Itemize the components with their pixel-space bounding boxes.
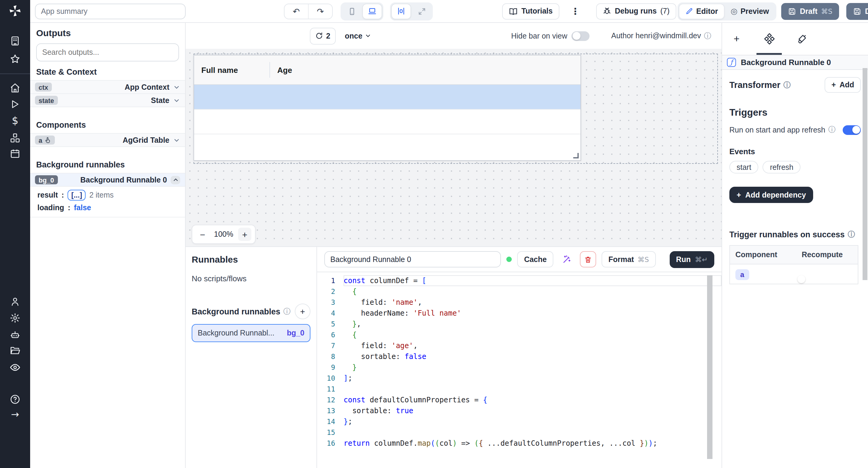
loading-row[interactable]: loading : false xyxy=(30,201,185,212)
fullscreen-button[interactable] xyxy=(412,3,432,19)
code-text[interactable]: const defaultColumnProperties = { xyxy=(344,395,721,405)
code-line[interactable]: 3 field: 'name', xyxy=(317,297,721,308)
tutorials-button[interactable]: Tutorials xyxy=(502,3,559,19)
mobile-view-button[interactable] xyxy=(342,3,362,19)
code-line[interactable]: 8 sortable: false xyxy=(317,351,721,362)
code-text[interactable]: field: 'name', xyxy=(344,297,721,308)
favorites-star-icon[interactable] xyxy=(10,54,21,64)
code-line[interactable]: 4 headerName: 'Full name' xyxy=(317,308,721,319)
code-line[interactable]: 12const defaultColumnProperties = { xyxy=(317,395,721,405)
result-row[interactable]: result : [...] 2 items xyxy=(30,187,185,201)
code-text[interactable]: return columnDef.map((col) => ({ ...defa… xyxy=(344,438,721,449)
app-summary-input[interactable] xyxy=(35,3,186,19)
search-outputs-input[interactable] xyxy=(36,43,179,61)
code-line[interactable]: 2 { xyxy=(317,286,721,297)
center-align-button[interactable] xyxy=(391,3,411,19)
code-text[interactable]: ]; xyxy=(344,373,721,384)
code-scrollbar[interactable] xyxy=(707,275,712,459)
audit-eye-icon[interactable] xyxy=(9,362,21,373)
desktop-view-button[interactable] xyxy=(362,3,382,19)
code-text[interactable]: { xyxy=(344,330,721,340)
resize-handle[interactable] xyxy=(573,153,579,158)
code-line[interactable]: 11 xyxy=(317,384,721,395)
code-line[interactable]: 16return columnDef.map((col) => ({ ...de… xyxy=(317,438,721,449)
column-header-full-name[interactable]: Full name xyxy=(201,65,238,74)
zoom-out-button[interactable]: − xyxy=(196,228,209,241)
hide-bar-toggle[interactable] xyxy=(571,31,590,41)
code-line[interactable]: 15 xyxy=(317,427,721,438)
table-row[interactable] xyxy=(194,110,581,134)
code-line[interactable]: 9 } xyxy=(317,362,721,373)
info-icon[interactable]: ⓘ xyxy=(283,306,290,316)
code-line[interactable]: 14}; xyxy=(317,416,721,427)
help-icon[interactable] xyxy=(10,394,21,405)
settings-gear-icon[interactable] xyxy=(10,312,21,324)
output-row-bg0[interactable]: bg_0 Background Runnable 0 xyxy=(30,173,185,187)
code-text[interactable]: field: 'age', xyxy=(344,340,721,351)
workspace-icon[interactable] xyxy=(10,36,21,46)
code-text[interactable]: }, xyxy=(344,319,721,330)
delete-runnable-button[interactable] xyxy=(580,251,596,267)
chevron-down-icon[interactable] xyxy=(173,83,180,91)
debug-runs-button[interactable]: Debug runs (7) xyxy=(596,3,676,19)
event-chip-start[interactable]: start xyxy=(730,161,758,173)
undo-button[interactable]: ↶ xyxy=(284,4,308,19)
variables-icon[interactable]: $ xyxy=(12,114,19,127)
code-line[interactable]: 7 field: 'age', xyxy=(317,340,721,351)
resources-icon[interactable] xyxy=(10,133,21,143)
cache-button[interactable]: Cache xyxy=(518,251,553,267)
output-row-state[interactable]: state State xyxy=(30,94,185,107)
info-icon[interactable]: ⓘ xyxy=(848,230,855,240)
event-chip-refresh[interactable]: refresh xyxy=(763,161,801,173)
code-text[interactable]: sortable: true xyxy=(344,405,721,416)
workers-robot-icon[interactable] xyxy=(10,330,21,340)
bg-runnable-item[interactable]: Background Runnabl... bg_0 xyxy=(192,324,310,342)
code-text[interactable]: sortable: false xyxy=(344,351,721,362)
code-text[interactable]: headerName: 'Full name' xyxy=(344,308,721,319)
insert-component-tab[interactable]: + xyxy=(730,32,744,46)
app-canvas[interactable]: Full name Age − 100% + xyxy=(186,49,721,246)
format-button[interactable]: Format ⌘S xyxy=(602,251,655,267)
user-icon[interactable] xyxy=(10,296,21,307)
code-line[interactable]: 10]; xyxy=(317,373,721,384)
draft-button[interactable]: Draft ⌘S xyxy=(781,3,839,20)
run-button[interactable]: Run ⌘↵ xyxy=(670,251,714,268)
chevron-down-icon[interactable] xyxy=(173,97,180,104)
table-row[interactable] xyxy=(194,134,581,160)
zoom-in-button[interactable]: + xyxy=(238,228,251,241)
info-icon[interactable]: ⓘ xyxy=(828,125,835,135)
editor-tab[interactable]: Editor xyxy=(679,3,724,19)
styling-tab[interactable] xyxy=(795,32,809,46)
code-line[interactable]: 13 sortable: true xyxy=(317,405,721,416)
component-chip[interactable]: a xyxy=(735,269,749,280)
code-text[interactable] xyxy=(344,427,721,438)
ai-wand-button[interactable] xyxy=(559,251,575,267)
code-line[interactable]: 1const columnDef = [ xyxy=(317,275,721,286)
code-text[interactable]: } xyxy=(344,362,721,373)
settings-component-tab[interactable] xyxy=(762,32,776,46)
right-panel-scrollbar[interactable] xyxy=(863,68,867,280)
code-text[interactable]: { xyxy=(344,286,721,297)
add-background-runnable-button[interactable]: + xyxy=(295,304,310,319)
aggrid-table-component[interactable]: Full name Age xyxy=(193,55,581,161)
output-row-ctx[interactable]: ctx App Context xyxy=(30,80,185,94)
deploy-button[interactable]: Deploy xyxy=(846,3,868,20)
runnable-name-input[interactable] xyxy=(324,251,501,267)
code-text[interactable]: const columnDef = [ xyxy=(344,275,721,286)
more-menu-button[interactable]: ⋮ xyxy=(571,6,580,16)
collapse-arrow-icon[interactable]: → xyxy=(11,409,19,420)
add-transformer-button[interactable]: + Add xyxy=(825,77,861,93)
column-header-age[interactable]: Age xyxy=(277,65,292,74)
code-text[interactable] xyxy=(344,384,721,395)
chevron-up-icon[interactable] xyxy=(170,175,180,184)
windmill-logo-icon[interactable] xyxy=(8,4,22,18)
code-line[interactable]: 6 { xyxy=(317,330,721,340)
info-icon[interactable]: ⓘ xyxy=(783,80,790,90)
add-dependency-button[interactable]: + Add dependency xyxy=(730,187,813,203)
refresh-mode-select[interactable]: once xyxy=(340,27,376,44)
home-icon[interactable] xyxy=(10,82,21,93)
code-text[interactable]: }; xyxy=(344,416,721,427)
output-row-component-a[interactable]: a AgGrid Table xyxy=(30,133,185,147)
refresh-button[interactable]: 2 xyxy=(310,27,336,44)
result-expand-chip[interactable]: [...] xyxy=(67,190,86,201)
